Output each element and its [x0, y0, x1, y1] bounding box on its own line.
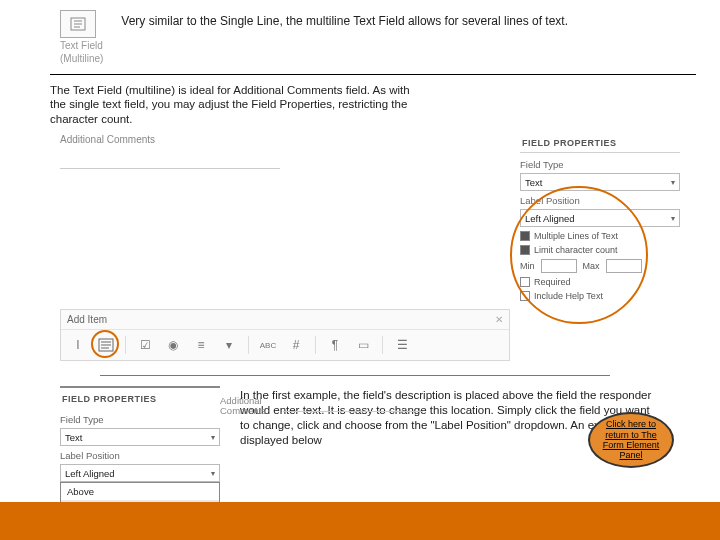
toolbar-separator	[248, 336, 249, 354]
toolbar-separator	[315, 336, 316, 354]
radio-icon[interactable]: ◉	[164, 336, 182, 354]
text-single-icon[interactable]: I	[69, 336, 87, 354]
field-properties-panel-right: FIELD PROPERTIES Field Type Text ▾ Label…	[520, 134, 680, 301]
min-label: Min	[520, 261, 535, 271]
helptext-label: Include Help Text	[534, 291, 603, 301]
checkbox-icon[interactable]: ☑	[136, 336, 154, 354]
min-input[interactable]	[541, 259, 577, 273]
label-position-select-left[interactable]: Left Aligned ▾	[60, 464, 220, 482]
body-paragraph-1: The Text Field (multiline) is ideal for …	[0, 83, 460, 126]
hash-icon[interactable]: #	[287, 336, 305, 354]
sample-field-1-input[interactable]	[60, 149, 280, 169]
field-type-value: Text	[525, 177, 542, 188]
close-icon[interactable]: ✕	[495, 314, 503, 325]
footer-bar	[0, 502, 720, 540]
toolbar-separator	[125, 336, 126, 354]
icon-label-2: (Multiline)	[60, 53, 103, 64]
field-type-label: Field Type	[520, 159, 680, 170]
chevron-down-icon: ▾	[671, 214, 675, 223]
label-position-select[interactable]: Left Aligned ▾	[520, 209, 680, 227]
header-icon-group: Text Field (Multiline)	[60, 10, 103, 64]
props-title-left: FIELD PROPERTIES	[60, 390, 220, 408]
field-type-label-left: Field Type	[60, 414, 220, 425]
icon-label-1: Text Field	[60, 40, 103, 51]
multiline-checkbox[interactable]	[520, 231, 530, 241]
required-label: Required	[534, 277, 571, 287]
section-icon[interactable]: ☰	[393, 336, 411, 354]
label-position-label: Label Position	[520, 195, 680, 206]
field-type-select-left[interactable]: Text ▾	[60, 428, 220, 446]
chevron-down-icon: ▾	[671, 178, 675, 187]
add-item-bar: Add Item ✕ I ☑ ◉ ≡ ▾ ABC # ¶ ▭ ☰	[60, 309, 510, 361]
label-position-value: Left Aligned	[525, 213, 575, 224]
label-position-label-left: Label Position	[60, 450, 220, 461]
chevron-down-icon: ▾	[211, 433, 215, 442]
max-label: Max	[583, 261, 600, 271]
sample-field-2-label: Additional Comments	[220, 396, 275, 417]
sample-field-1-label: Additional Comments	[60, 134, 310, 145]
limit-chars-label: Limit character count	[534, 245, 618, 255]
helptext-checkbox[interactable]	[520, 291, 530, 301]
return-link-text: Click here to return to The Form Element…	[594, 419, 668, 460]
chevron-down-icon: ▾	[211, 469, 215, 478]
abc-icon[interactable]: ABC	[259, 336, 277, 354]
divider-1	[50, 74, 696, 75]
return-link-button[interactable]: Click here to return to The Form Element…	[588, 412, 674, 468]
list-icon[interactable]: ≡	[192, 336, 210, 354]
field-type-value-left: Text	[65, 432, 82, 443]
textfield-multiline-icon	[60, 10, 96, 38]
image-icon[interactable]: ▭	[354, 336, 372, 354]
sample-field-2-input[interactable]	[283, 396, 423, 412]
sample-field-2: Additional Comments	[220, 396, 480, 417]
label-position-value-left: Left Aligned	[65, 468, 115, 479]
limit-chars-checkbox[interactable]	[520, 245, 530, 255]
divider-2	[100, 375, 610, 376]
dropdown-icon[interactable]: ▾	[220, 336, 238, 354]
paragraph-icon[interactable]: ¶	[326, 336, 344, 354]
toolbar-separator	[382, 336, 383, 354]
sample-field-1: Additional Comments	[60, 134, 310, 179]
field-type-select[interactable]: Text ▾	[520, 173, 680, 191]
props-title: FIELD PROPERTIES	[520, 134, 680, 153]
multiline-label: Multiple Lines of Text	[534, 231, 618, 241]
label-pos-option-above[interactable]: Above	[61, 483, 219, 500]
intro-text: Very similar to the Single Line, the mul…	[121, 10, 568, 28]
max-input[interactable]	[606, 259, 642, 273]
required-checkbox[interactable]	[520, 277, 530, 287]
add-item-title: Add Item	[67, 314, 107, 325]
text-multi-icon[interactable]	[97, 336, 115, 354]
